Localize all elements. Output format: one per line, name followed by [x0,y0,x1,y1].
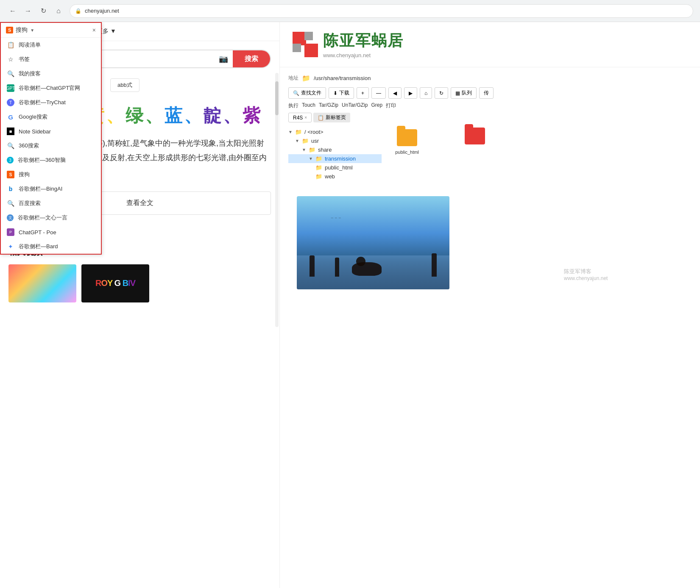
fm-home[interactable]: ⌂ [420,87,432,99]
dropdown-item-wenxin[interactable]: 文 谷歌侧栏—文心一言 [1,211,101,225]
root-label: / <root> [304,129,324,135]
grid-item-public-html[interactable]: public_html [390,128,424,155]
fm-minus-btn[interactable]: — [371,87,386,99]
fm-print[interactable]: 打印 [386,102,396,109]
dropdown-item-sogou[interactable]: S 搜狗 [1,167,101,182]
dropdown-item-readlist[interactable]: 📋 阅读清单 [1,38,101,52]
camera-button[interactable]: 📷 [214,50,233,68]
right-panel: 陈亚军蜗居 www.chenyajun.net 地址 📁 /usr/share/… [280,22,700,588]
tree-transmission[interactable]: ▼ 📁 transmission [288,154,382,163]
forward-button[interactable]: → [22,5,34,17]
chatgpt-label: 谷歌侧栏—ChatGPT官网 [19,84,80,92]
dropdown-item-bingai[interactable]: b 谷歌侧栏—BingAI [1,182,101,196]
fm-search-btn[interactable]: 🔍 查找文件 [288,87,326,99]
bookmark-icon: ☆ [7,55,14,63]
grid-label-public-html: public_html [395,150,419,155]
fm-queue[interactable]: ▦ 队列 [451,87,477,99]
tree-public-html[interactable]: 📁 public_html [288,163,382,172]
back-button[interactable]: ← [7,5,19,17]
search-icon: 🔍 [293,90,299,96]
address-bar[interactable]: 🔒 chenyajun.net [70,4,693,18]
tree-share[interactable]: ▼ 📁 share [288,145,382,154]
readlist-icon: 📋 [7,41,14,49]
video-thumb-2[interactable]: ROY G BIV [81,264,149,302]
nav-buttons: ← → ↻ ⌂ [7,5,64,17]
figure-left [310,255,315,277]
dropdown-item-chatgptpoe[interactable]: P ChatGPT - Poe [1,225,101,239]
file-tree-container: ▼ 📁 / <root> ▼ 📁 usr ▼ 📁 share [288,128,692,181]
dropdown-item-mysearch[interactable]: 🔍 我的搜客 [1,67,101,81]
figure-right [432,253,437,277]
fm-grep[interactable]: Grep [371,102,382,109]
watermark-line2: www.chenyajun.net [564,275,608,281]
dropdown-item-bard[interactable]: ✦ 谷歌侧栏—Bard [1,239,101,254]
dropdown-item-chatgpt[interactable]: GPT 谷歌侧栏—ChatGPT官网 [1,81,101,95]
file-manager-toolbar2: 执行 Touch Tar/GZip UnTar/GZip Grep 打印 [288,102,692,109]
tree-web[interactable]: 📁 web [288,172,382,181]
cow-head [356,257,365,266]
fm-touch[interactable]: Touch [302,102,315,109]
tree-root[interactable]: ▼ 📁 / <root> [288,128,382,136]
dropdown-item-360brain[interactable]: 3 谷歌侧栏—360智脑 [1,153,101,167]
tree-usr[interactable]: ▼ 📁 usr [288,136,382,145]
fm-tab-new[interactable]: 📋 新标签页 [313,113,350,122]
folder-large-icon [397,129,417,146]
dropdown-arrow-icon: ▼ [30,28,34,33]
public-html-label: public_html [325,164,353,171]
fm-untargzip[interactable]: UnTar/GZip [342,102,368,109]
path-text: /usr/share/transmission [314,75,371,81]
dropdown-item-notesidebar[interactable]: ■ Note Sidebar [1,124,101,139]
fm-nav-forward[interactable]: ▶ [404,87,417,99]
fm-refresh[interactable]: ↻ [435,87,448,99]
left-scrollbar[interactable] [275,73,279,327]
dropdown-title: 搜狗 [16,26,28,34]
scrollbar-thumb[interactable] [275,81,279,115]
tool-abb[interactable]: abb式 [110,78,139,92]
dropdown-item-trychat[interactable]: T 谷歌侧栏—TryChat [1,95,101,110]
fm-download-btn[interactable]: ⬇ 下载 [329,87,354,99]
fm-add-btn[interactable]: + [357,87,369,99]
usr-chevron: ▼ [295,139,299,143]
site-title: 陈亚军蜗居 [323,31,404,51]
left-panel: S 搜狗 ▼ × 📋 阅读清单 ☆ 书签 🔍 我的搜客 GPT 谷歌侧栏—Cha… [0,22,280,588]
dropdown-header: S 搜狗 ▼ × [1,23,101,38]
watermark-line1: 陈亚军博客 [564,268,608,275]
url-text: chenyajun.net [85,8,119,14]
dropdown-item-baidu[interactable]: 🔍 百度搜索 [1,196,101,211]
fm-tab-r4s[interactable]: R4S × [288,113,312,122]
fm-transfer[interactable]: 传 [479,87,494,99]
tab-r4s-label: R4S [293,115,303,121]
fm-targzip[interactable]: Tar/GZip [319,102,338,109]
bingai-icon: b [7,185,14,193]
close-button[interactable]: × [92,27,96,33]
dropdown-item-bookmark[interactable]: ☆ 书签 [1,52,101,67]
dropdown-item-google[interactable]: G Google搜索 [1,110,101,124]
fm-nav-back[interactable]: ◀ [388,87,402,99]
sogou-search-button[interactable]: 搜索 [233,50,270,68]
lock-icon: 🔒 [75,8,81,14]
logo-cube-2 [304,32,313,40]
web-label: web [325,173,335,180]
logo-icon [293,32,318,57]
transmission-folder-icon: 📁 [315,155,322,162]
video-thumbnails: ROY G BIV [0,261,279,306]
site-url: www.chenyajun.net [323,52,404,58]
bard-icon: ✦ [7,243,14,250]
add-icon: + [361,90,364,96]
readlist-label: 阅读清单 [19,41,41,49]
fm-execute[interactable]: 执行 [288,102,298,109]
home-button[interactable]: ⌂ [53,5,64,17]
fm-tab-r4s-close[interactable]: × [304,115,307,120]
reload-button[interactable]: ↻ [37,5,49,17]
roygbiv-text: ROY G BIV [95,278,135,288]
web-folder-icon: 📁 [315,173,322,180]
notesidebar-icon: ■ [7,128,14,135]
main-content: S 搜狗 ▼ × 📋 阅读清单 ☆ 书签 🔍 我的搜客 GPT 谷歌侧栏—Cha… [0,22,700,588]
wenxin-label: 谷歌侧栏—文心一言 [18,214,67,222]
file-manager-path: 地址 📁 /usr/share/transmission [288,74,692,82]
browser-chrome: ← → ↻ ⌂ 🔒 chenyajun.net [0,0,700,22]
usr-label: usr [311,138,319,144]
dropdown-item-360[interactable]: 🔍 360搜索 [1,139,101,153]
video-thumb-1[interactable] [8,264,76,302]
logo-cube-3 [293,44,301,52]
